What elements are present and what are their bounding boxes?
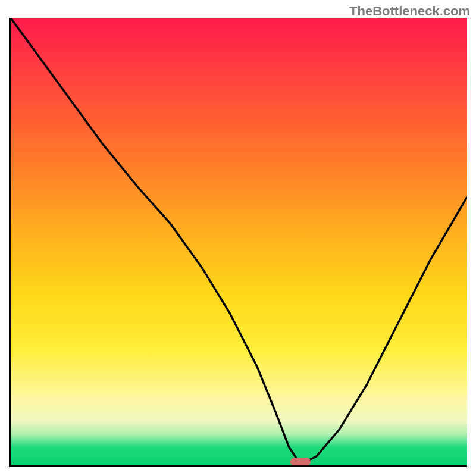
curve-path: [11, 18, 467, 461]
watermark-text: TheBottleneck.com: [349, 4, 470, 19]
chart-frame: [9, 18, 467, 467]
chart-container: TheBottleneck.com: [0, 0, 476, 476]
bottleneck-curve: [11, 18, 467, 465]
optimum-marker: [290, 458, 311, 466]
